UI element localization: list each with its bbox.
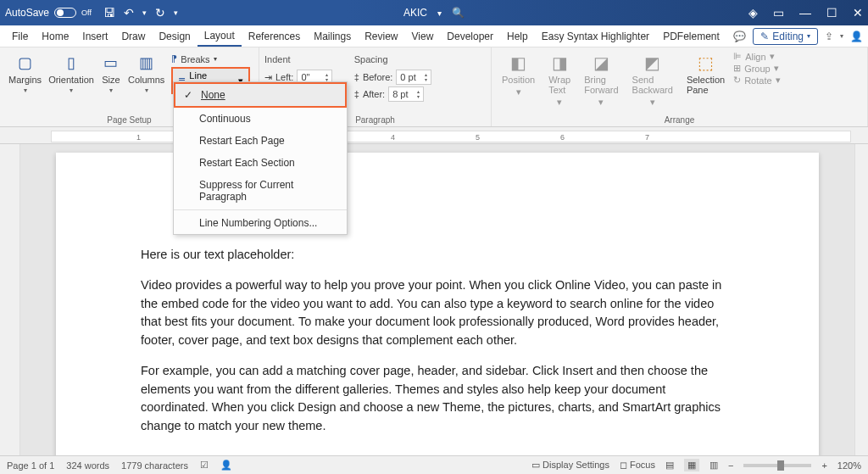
vertical-scrollbar[interactable] bbox=[854, 144, 868, 455]
editing-mode-button[interactable]: ✎ Editing ▾ bbox=[753, 28, 818, 45]
tab-insert[interactable]: Insert bbox=[75, 27, 114, 46]
autosave-toggle[interactable]: AutoSave Off bbox=[5, 7, 92, 19]
diamond-icon[interactable]: ◈ bbox=[748, 6, 758, 20]
tab-pdfelement[interactable]: PDFelement bbox=[656, 27, 726, 46]
spellcheck-icon[interactable]: ☑ bbox=[200, 460, 209, 471]
line-numbers-continuous[interactable]: Continuous bbox=[174, 108, 347, 130]
save-icon[interactable]: 🖫 bbox=[103, 6, 115, 20]
print-layout-icon[interactable]: ▦ bbox=[684, 459, 699, 471]
spinner-icon[interactable]: ▴▾ bbox=[425, 72, 427, 82]
minimize-button[interactable]: — bbox=[799, 6, 811, 20]
tab-esh[interactable]: Easy Syntax Highlighter bbox=[535, 27, 656, 46]
group-icon: ⊞ bbox=[733, 63, 741, 74]
columns-label: Columns bbox=[128, 75, 164, 85]
zoom-in-button[interactable]: + bbox=[821, 460, 826, 471]
undo-chevron-icon[interactable]: ▾ bbox=[142, 8, 147, 17]
size-label: Size bbox=[102, 75, 120, 85]
autosave-state: Off bbox=[81, 8, 92, 17]
status-page[interactable]: Page 1 of 1 bbox=[7, 460, 54, 471]
ruler-tick: 5 bbox=[476, 133, 480, 142]
group-label: Group bbox=[744, 64, 771, 74]
chevron-down-icon: ▾ bbox=[109, 86, 113, 94]
tab-help[interactable]: Help bbox=[500, 27, 535, 46]
zoom-slider[interactable] bbox=[743, 464, 811, 467]
share-icon[interactable]: ⇪ bbox=[825, 31, 833, 42]
comments-icon[interactable]: 💬 bbox=[733, 31, 746, 42]
undo-icon[interactable]: ↶ bbox=[124, 6, 134, 20]
size-button[interactable]: ▭ Size ▾ bbox=[97, 51, 125, 96]
line-numbers-restart-page[interactable]: Restart Each Page bbox=[174, 130, 347, 152]
accessibility-icon[interactable]: 👤 bbox=[220, 460, 232, 471]
spacing-after-icon: ‡ bbox=[354, 89, 359, 99]
editing-label: Editing bbox=[772, 31, 804, 42]
share-chevron-icon[interactable]: ▾ bbox=[840, 32, 843, 40]
tab-draw[interactable]: Draw bbox=[114, 27, 152, 46]
zoom-level[interactable]: 120% bbox=[837, 460, 861, 471]
tab-layout[interactable]: Layout bbox=[198, 26, 242, 47]
orientation-button[interactable]: ▯ Orientation ▾ bbox=[45, 51, 97, 96]
spacing-after-value: 8 pt bbox=[392, 89, 408, 99]
user-icon[interactable]: 👤 bbox=[850, 31, 863, 42]
rotate-label: Rotate bbox=[744, 75, 771, 86]
spacing-before-value: 0 pt bbox=[400, 72, 415, 82]
focus-button[interactable]: ◻ Focus bbox=[620, 460, 655, 471]
horizontal-ruler[interactable]: 1 2 3 4 5 6 7 bbox=[0, 127, 868, 144]
chevron-down-icon: ▾ bbox=[145, 86, 148, 94]
spacing-heading: Spacing bbox=[354, 54, 432, 64]
columns-button[interactable]: ▥ Columns ▾ bbox=[125, 51, 168, 96]
tab-file[interactable]: File bbox=[5, 27, 35, 46]
toggle-switch-icon[interactable] bbox=[54, 8, 76, 18]
paragraph[interactable]: Video provides a powerful way to help yo… bbox=[141, 276, 734, 350]
ruler-tick: 4 bbox=[391, 133, 395, 142]
tab-references[interactable]: References bbox=[242, 27, 307, 46]
search-icon[interactable]: 🔍 bbox=[452, 7, 465, 19]
doc-chevron-icon[interactable]: ▾ bbox=[437, 8, 442, 18]
display-settings-button[interactable]: ▭ Display Settings bbox=[531, 460, 609, 471]
qat-chevron-icon[interactable]: ▾ bbox=[174, 8, 178, 17]
line-numbers-options[interactable]: Line Numbering Options... bbox=[174, 212, 347, 234]
spacing-before-input[interactable]: 0 pt▴▾ bbox=[396, 70, 431, 85]
size-icon: ▭ bbox=[101, 53, 121, 73]
menu-bar: File Home Insert Draw Design Layout Refe… bbox=[0, 25, 868, 47]
group-button: ⊞Group▾ bbox=[733, 63, 780, 74]
line-numbers-suppress[interactable]: Suppress for Current Paragraph bbox=[174, 174, 347, 208]
document-title[interactable]: AKIC bbox=[403, 7, 427, 19]
status-bar: Page 1 of 1 324 words 1779 characters ☑ … bbox=[0, 455, 868, 474]
selection-pane-button[interactable]: ⬚Selection Pane bbox=[682, 51, 730, 109]
margins-label: Margins bbox=[8, 75, 42, 85]
ruler-tick: 1 bbox=[136, 133, 141, 142]
spacing-before-icon: ‡ bbox=[354, 72, 359, 82]
redo-icon[interactable]: ↻ bbox=[155, 6, 165, 20]
spacing-before-label: Before: bbox=[363, 72, 392, 82]
status-words[interactable]: 324 words bbox=[66, 460, 109, 471]
paragraph[interactable]: Here is our text placeholder: bbox=[141, 246, 734, 265]
zoom-out-button[interactable]: − bbox=[728, 460, 733, 471]
tab-developer[interactable]: Developer bbox=[440, 27, 500, 46]
read-mode-icon[interactable]: ▤ bbox=[665, 460, 674, 471]
line-numbers-restart-section[interactable]: Restart Each Section bbox=[174, 152, 347, 174]
indent-heading: Indent bbox=[264, 54, 339, 64]
tab-design[interactable]: Design bbox=[152, 27, 197, 46]
close-button[interactable]: ✕ bbox=[853, 6, 863, 20]
paragraph[interactable]: For example, you can add a matching cove… bbox=[141, 362, 734, 436]
position-icon: ◧ bbox=[510, 53, 526, 73]
line-numbers-none[interactable]: None bbox=[174, 82, 347, 108]
chevron-down-icon: ▾ bbox=[70, 86, 73, 94]
tab-review[interactable]: Review bbox=[358, 27, 404, 46]
pencil-icon: ✎ bbox=[760, 31, 769, 42]
web-layout-icon[interactable]: ▥ bbox=[709, 460, 718, 471]
maximize-button[interactable]: ☐ bbox=[826, 6, 837, 20]
margins-button[interactable]: ▢ Margins ▾ bbox=[5, 51, 45, 96]
tab-view[interactable]: View bbox=[405, 27, 441, 46]
document-page[interactable]: Here is our text placeholder: Video prov… bbox=[56, 153, 819, 455]
breaks-button[interactable]: ⁋ Breaks ▾ bbox=[171, 53, 250, 65]
ribbon-mode-icon[interactable]: ▭ bbox=[773, 6, 784, 20]
position-button: ◧Position▾ bbox=[497, 51, 540, 109]
status-chars[interactable]: 1779 characters bbox=[121, 460, 188, 471]
tab-mailings[interactable]: Mailings bbox=[307, 27, 358, 46]
tab-home[interactable]: Home bbox=[35, 27, 75, 46]
spinner-icon[interactable]: ▴▾ bbox=[417, 89, 420, 99]
vertical-ruler[interactable] bbox=[0, 144, 20, 455]
spacing-after-input[interactable]: 8 pt▴▾ bbox=[388, 86, 424, 102]
margins-icon: ▢ bbox=[15, 53, 36, 73]
